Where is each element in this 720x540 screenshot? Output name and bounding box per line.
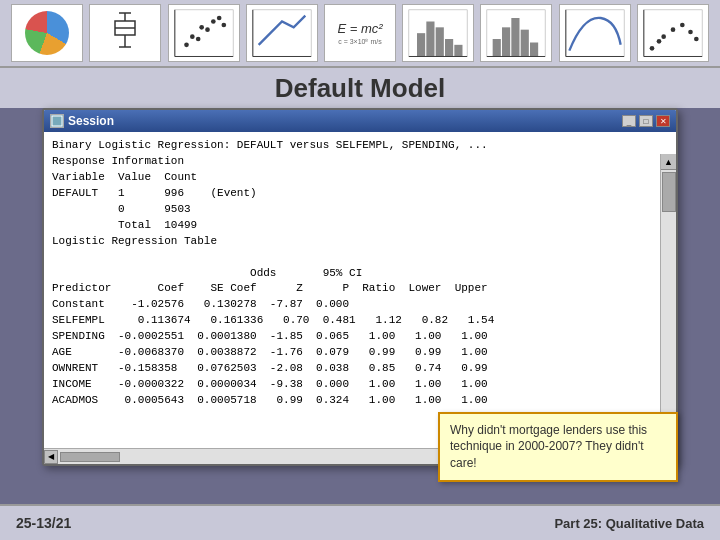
scrollbar-thumb[interactable] (662, 172, 676, 212)
scatter2-icon (638, 4, 708, 62)
svg-point-14 (221, 23, 226, 28)
svg-point-13 (216, 16, 221, 21)
session-icon (50, 114, 64, 128)
hscroll-thumb[interactable] (60, 452, 120, 462)
svg-rect-30 (512, 18, 520, 56)
session-titlebar: Session _ □ ✕ (44, 110, 676, 132)
part-label: Part 25: Qualitative Data (554, 516, 704, 531)
bottom-bar: 25-13/21 Part 25: Qualitative Data (0, 504, 720, 540)
strip-item-scatter (168, 4, 240, 62)
maximize-button[interactable]: □ (639, 115, 653, 127)
svg-point-42 (680, 23, 685, 28)
svg-rect-21 (417, 33, 425, 56)
session-title-left: Session (50, 114, 114, 128)
session-content[interactable]: Binary Logistic Regression: DEFAULT vers… (44, 132, 676, 442)
svg-point-40 (661, 34, 666, 39)
svg-rect-31 (521, 30, 529, 57)
close-button[interactable]: ✕ (656, 115, 670, 127)
page-title-bar: Default Model (0, 68, 720, 108)
svg-rect-6 (174, 10, 232, 57)
svg-point-8 (190, 34, 195, 39)
svg-point-12 (211, 19, 216, 24)
svg-point-41 (671, 27, 676, 32)
svg-point-7 (184, 42, 189, 47)
line-chart-icon (247, 4, 317, 62)
svg-rect-17 (253, 10, 311, 57)
formula-icon: E = mc² c = 3×10⁸ m/s (337, 21, 382, 46)
svg-point-44 (694, 37, 699, 42)
session-title-text: Session (68, 114, 114, 128)
svg-rect-48 (53, 117, 56, 120)
pie-chart-icon (25, 11, 69, 55)
svg-point-38 (650, 46, 655, 51)
strip-item-curve (559, 4, 631, 62)
scroll-up-button[interactable]: ▲ (661, 154, 676, 170)
svg-rect-23 (436, 27, 444, 56)
svg-point-9 (195, 37, 200, 42)
svg-point-11 (205, 27, 210, 32)
svg-point-10 (199, 25, 204, 30)
minimize-button[interactable]: _ (622, 115, 636, 127)
page-title: Default Model (275, 73, 445, 104)
svg-point-39 (657, 39, 662, 44)
slide-number: 25-13/21 (16, 515, 71, 531)
strip-item-formula: E = mc² c = 3×10⁸ m/s (324, 4, 396, 62)
svg-rect-29 (502, 27, 510, 56)
top-strip: E = mc² c = 3×10⁸ m/s (0, 0, 720, 68)
tooltip-line1: Why didn't mortgage lenders use this (450, 423, 647, 437)
svg-rect-22 (427, 21, 435, 56)
histogram1-icon (403, 4, 473, 62)
strip-item-pie (11, 4, 83, 62)
strip-item-linechart (246, 4, 318, 62)
svg-rect-24 (445, 39, 453, 56)
strip-item-scatter2 (637, 4, 709, 62)
svg-rect-34 (565, 10, 623, 57)
strip-item-histogram1 (402, 4, 474, 62)
boxplot-icon (106, 11, 144, 55)
svg-rect-28 (493, 39, 501, 56)
strip-item-boxplot (89, 4, 161, 62)
window-controls: _ □ ✕ (622, 115, 670, 127)
svg-rect-32 (530, 42, 538, 56)
scroll-left-button[interactable]: ◀ (44, 450, 58, 464)
histogram2-icon (481, 4, 551, 62)
tooltip-box: Why didn't mortgage lenders use this tec… (438, 412, 678, 482)
tooltip-line2: technique in 2000-2007? They didn't care… (450, 439, 644, 470)
svg-point-43 (688, 30, 693, 35)
svg-rect-25 (455, 45, 463, 57)
strip-item-histogram2 (480, 4, 552, 62)
scatter-icon (169, 4, 239, 62)
curve-icon (560, 4, 630, 62)
